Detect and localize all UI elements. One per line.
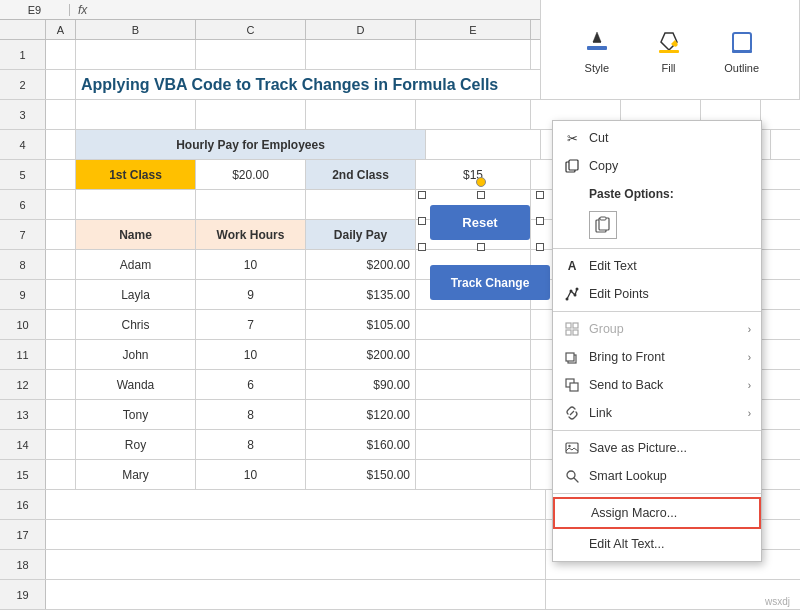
svg-rect-0: [587, 46, 607, 50]
cell-2a[interactable]: [46, 70, 76, 99]
svg-line-25: [574, 478, 578, 482]
cell-12a[interactable]: [46, 370, 76, 399]
cell-10a[interactable]: [46, 310, 76, 339]
send-to-back-label: Send to Back: [589, 378, 740, 392]
reset-button[interactable]: Reset: [430, 205, 530, 240]
fx-label: fx: [70, 3, 95, 17]
cell-11e[interactable]: [416, 340, 531, 369]
employee-hours-12: 6: [196, 370, 306, 399]
cell-19wide[interactable]: [46, 580, 546, 609]
cell-6d[interactable]: [306, 190, 416, 219]
employee-name-8: Adam: [76, 250, 196, 279]
row-num-8: 8: [0, 250, 46, 279]
cell-16wide[interactable]: [46, 490, 546, 519]
employee-pay-15: $150.00: [306, 460, 416, 489]
row-num-14: 14: [0, 430, 46, 459]
ribbon-outline[interactable]: Outline: [724, 26, 759, 74]
employee-name-14: Roy: [76, 430, 196, 459]
row-num-15: 15: [0, 460, 46, 489]
cell-15a[interactable]: [46, 460, 76, 489]
send-to-back-icon: [563, 376, 581, 394]
svg-rect-2: [659, 50, 679, 53]
cell-14a[interactable]: [46, 430, 76, 459]
cell-3d[interactable]: [306, 100, 416, 129]
fill-label: Fill: [662, 62, 676, 74]
row-num-9: 9: [0, 280, 46, 309]
track-change-button[interactable]: Track Change: [430, 265, 550, 300]
menu-item-group: Group ›: [553, 315, 761, 343]
menu-item-send-to-back[interactable]: Send to Back ›: [553, 371, 761, 399]
employee-hours-8: 10: [196, 250, 306, 279]
paste-options-label: Paste Options:: [589, 187, 751, 201]
cell-4a[interactable]: [46, 130, 76, 159]
cell-15e[interactable]: [416, 460, 531, 489]
employee-name-15: Mary: [76, 460, 196, 489]
cell-6c[interactable]: [196, 190, 306, 219]
first-class-pay: $20.00: [196, 160, 306, 189]
employee-hours-15: 10: [196, 460, 306, 489]
menu-item-copy[interactable]: Copy: [553, 152, 761, 180]
menu-item-edit-points[interactable]: Edit Points: [553, 280, 761, 308]
employee-pay-12: $90.00: [306, 370, 416, 399]
spreadsheet: E9 fx A B C D E F G H 1 2 Apply: [0, 0, 800, 612]
svg-point-23: [568, 445, 570, 447]
page-title: Applying VBA Code to Track Changes in Fo…: [76, 70, 566, 99]
cell-1c[interactable]: [196, 40, 306, 69]
cell-4e[interactable]: [426, 130, 541, 159]
edit-points-label: Edit Points: [589, 287, 751, 301]
cell-9a[interactable]: [46, 280, 76, 309]
cell-1d[interactable]: [306, 40, 416, 69]
menu-item-link[interactable]: Link ›: [553, 399, 761, 427]
menu-item-save-as-picture[interactable]: Save as Picture...: [553, 434, 761, 462]
cell-3a[interactable]: [46, 100, 76, 129]
context-menu: ✂ Cut Copy Paste Options:: [552, 120, 762, 562]
smart-lookup-label: Smart Lookup: [589, 469, 751, 483]
row-num-16: 16: [0, 490, 46, 519]
cell-6a[interactable]: [46, 190, 76, 219]
svg-rect-14: [566, 323, 571, 328]
menu-item-cut[interactable]: ✂ Cut: [553, 124, 761, 152]
ribbon-fill[interactable]: Fill: [653, 26, 685, 74]
ribbon-style[interactable]: Style: [581, 26, 613, 74]
paste-header-icon: [563, 185, 581, 203]
cell-17wide[interactable]: [46, 520, 546, 549]
cell-7a[interactable]: [46, 220, 76, 249]
menu-item-edit-text[interactable]: A Edit Text: [553, 252, 761, 280]
menu-item-edit-alt-text[interactable]: Edit Alt Text...: [553, 530, 761, 558]
svg-point-13: [576, 288, 579, 291]
menu-item-assign-macro[interactable]: Assign Macro...: [553, 497, 761, 529]
menu-item-smart-lookup[interactable]: Smart Lookup: [553, 462, 761, 490]
cell-8a[interactable]: [46, 250, 76, 279]
svg-point-10: [566, 298, 569, 301]
cell-11a[interactable]: [46, 340, 76, 369]
cell-3c[interactable]: [196, 100, 306, 129]
row-num-18: 18: [0, 550, 46, 579]
first-class-label: 1st Class: [76, 160, 196, 189]
style-icon: [581, 26, 613, 58]
watermark: wsxdj: [765, 596, 790, 607]
paste-icon-box[interactable]: [589, 211, 617, 239]
cell-1e[interactable]: [416, 40, 531, 69]
cell-10e[interactable]: [416, 310, 531, 339]
row-num-10: 10: [0, 310, 46, 339]
cell-3e[interactable]: [416, 100, 531, 129]
edit-alt-text-label: Edit Alt Text...: [589, 537, 751, 551]
cell-1a[interactable]: [46, 40, 76, 69]
cell-13a[interactable]: [46, 400, 76, 429]
cell-6b[interactable]: [76, 190, 196, 219]
name-box[interactable]: E9: [0, 4, 70, 16]
cell-12e[interactable]: [416, 370, 531, 399]
menu-item-bring-to-front[interactable]: Bring to Front ›: [553, 343, 761, 371]
cell-13e[interactable]: [416, 400, 531, 429]
cut-icon: ✂: [563, 129, 581, 147]
cell-18wide[interactable]: [46, 550, 546, 579]
employee-pay-9: $135.00: [306, 280, 416, 309]
employee-name-10: Chris: [76, 310, 196, 339]
cell-14e[interactable]: [416, 430, 531, 459]
style-label: Style: [585, 62, 609, 74]
svg-rect-16: [566, 330, 571, 335]
cell-3b[interactable]: [76, 100, 196, 129]
separator-1: [553, 248, 761, 249]
cell-5a[interactable]: [46, 160, 76, 189]
cell-1b[interactable]: [76, 40, 196, 69]
